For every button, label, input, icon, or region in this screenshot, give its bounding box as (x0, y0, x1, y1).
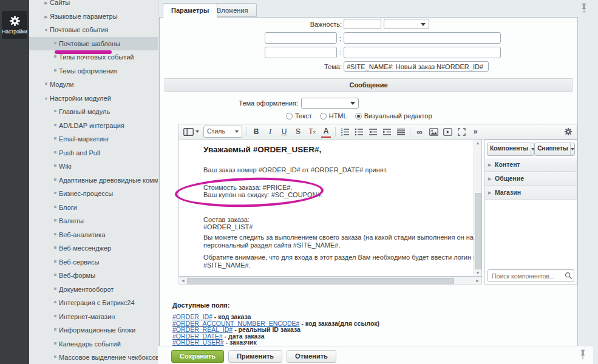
clear-format-button[interactable]: Tx (307, 126, 317, 137)
sidebar-item-label: Языковые параметры (50, 13, 118, 20)
settings-rail-tile[interactable]: Настройки (2, 11, 27, 39)
sidebar-item-label: Темы оформления (59, 67, 117, 75)
pin-icon[interactable] (579, 349, 586, 360)
tree-glyph-icon (42, 10, 50, 24)
chevron-down-icon (421, 23, 426, 26)
field-code-link[interactable]: #ORDER_USER# (172, 339, 224, 346)
chevron-down-icon (235, 130, 239, 133)
apply-button[interactable]: Применить (228, 350, 282, 363)
sidebar-item[interactable]: AD/LDAP интеграция (29, 119, 158, 133)
search-icon[interactable] (565, 272, 572, 279)
sidebar-item[interactable]: Модули (29, 78, 158, 92)
scroll-left-icon[interactable]: ◄ (181, 277, 185, 284)
accordion-section[interactable]: ▶Магазин (485, 186, 577, 200)
header-value-input-1[interactable] (344, 32, 501, 44)
accordion-section[interactable]: ▶Контент (485, 158, 577, 172)
sidebar-item[interactable]: Адаптивные древовидные комментарии на (29, 174, 158, 187)
editor-settings-button[interactable] (564, 127, 573, 136)
sidebar-item[interactable]: Сайты (29, 0, 158, 10)
block-layout-button[interactable] (183, 126, 199, 137)
snippets-dropdown-arrow[interactable] (570, 143, 574, 155)
sidebar-item[interactable]: Интернет-магазин (29, 310, 158, 324)
sidebar-item[interactable]: Веб-формы (29, 269, 158, 283)
indent-button[interactable] (382, 126, 392, 137)
sidebar-item[interactable]: Email-маркетинг (29, 132, 158, 146)
sidebar-item[interactable]: Интеграция с Битрикс24 (29, 296, 158, 310)
sidebar-item[interactable]: Документооборот (29, 283, 158, 297)
sidebar-item-label: Массовое выделение чекбоксов (59, 354, 158, 361)
importance-select[interactable] (384, 19, 429, 29)
sidebar-item[interactable]: Почтовые события (29, 23, 158, 37)
field-description: - код заказа(для ссылок) (299, 320, 379, 327)
scroll-right-icon[interactable]: ► (475, 277, 480, 284)
pin-icon[interactable] (580, 3, 588, 14)
field-row: #ORDER_USER# - заказчик (172, 339, 379, 346)
tree-glyph-icon (52, 120, 59, 133)
style-select[interactable]: Стиль (203, 126, 242, 138)
save-button[interactable]: Сохранить (171, 350, 224, 363)
sidebar-item[interactable]: Блоги (29, 201, 158, 215)
header-name-input-1[interactable] (265, 32, 337, 44)
importance-input[interactable] (344, 19, 381, 29)
more-tools-button[interactable]: » (471, 126, 480, 137)
scroll-down-icon[interactable]: ▼ (474, 271, 481, 275)
cancel-button[interactable]: Отменить (287, 350, 336, 363)
sidebar-item[interactable]: Информационные блоки (29, 323, 158, 337)
editor-hscrollbar[interactable]: ◄ ► (178, 277, 482, 285)
sidebar-item[interactable]: Календарь событий (29, 337, 158, 351)
ordered-list-button[interactable] (340, 126, 350, 137)
justify-button[interactable] (396, 126, 406, 137)
sidebar-item[interactable]: Массовое выделение чекбоксов (29, 351, 158, 364)
available-fields-title: Доступные поля: (172, 302, 229, 309)
sidebar-item[interactable]: Настройки модулей (29, 92, 158, 106)
unordered-list-button[interactable] (354, 126, 364, 137)
sidebar-item-label: Email-маркетинг (59, 135, 109, 143)
italic-button[interactable]: I (265, 126, 275, 137)
tree-glyph-icon (52, 38, 59, 51)
sidebar-item-label: Настройки модулей (50, 95, 111, 102)
footer-bar: Сохранить Применить Отменить (158, 346, 593, 364)
editor-body[interactable]: Уважаемый #ORDER_USER#, Ваш заказ номер … (178, 140, 482, 277)
sidebar-item[interactable]: Push and Pull (29, 146, 158, 160)
tree-glyph-icon (52, 106, 59, 119)
sidebar-item-label: AD/LDAP интеграция (59, 122, 124, 129)
insert-video-button[interactable] (443, 126, 452, 137)
sidebar-item[interactable]: Wiki (29, 160, 158, 174)
bold-button[interactable]: B (251, 126, 261, 137)
underline-button[interactable]: U (279, 126, 289, 137)
editor-vscrollbar[interactable]: ▲ ▼ (474, 140, 481, 276)
accordion-section[interactable]: ▶Общение (485, 172, 577, 186)
fullscreen-button[interactable] (457, 126, 466, 137)
sidebar-item[interactable]: Темы оформления (29, 64, 158, 78)
subject-input[interactable] (344, 61, 489, 72)
text-color-button[interactable]: A (321, 126, 331, 138)
sidebar-item[interactable]: Веб-аналитика (29, 228, 158, 242)
header-name-input-2[interactable] (265, 47, 337, 58)
insert-image-button[interactable] (429, 126, 438, 137)
outdent-button[interactable] (368, 126, 378, 137)
radio-text-label: Текст (295, 112, 312, 120)
sidebar-item[interactable]: Языковые параметры (29, 10, 158, 24)
footer-buttons: Сохранить Применить Отменить (171, 350, 336, 363)
link-button[interactable]: ∞ (415, 126, 424, 137)
tab-parameters[interactable]: Параметры (163, 3, 217, 18)
components-search-input[interactable] (491, 271, 565, 281)
scroll-up-icon[interactable]: ▲ (474, 141, 481, 145)
strikethrough-button[interactable]: S (293, 126, 303, 137)
sidebar-item[interactable]: Главный модуль (29, 105, 158, 119)
hscrollbar-thumb[interactable] (187, 278, 454, 285)
vscrollbar-thumb[interactable] (475, 193, 481, 269)
radio-text-mode[interactable]: Текст (286, 112, 312, 120)
header-value-input-2[interactable] (344, 47, 501, 58)
radio-html-mode[interactable]: HTML (320, 112, 347, 120)
sidebar-item[interactable]: Веб-сервисы (29, 255, 158, 269)
sidebar-item[interactable]: Бизнес-процессы (29, 187, 158, 201)
design-theme-select[interactable] (301, 98, 359, 109)
sidebar-item[interactable]: Веб-мессенджер (29, 241, 158, 255)
sidebar-item[interactable]: Валюты (29, 214, 158, 228)
snippets-button[interactable]: Сниппеты (534, 143, 575, 156)
tree-glyph-icon (52, 147, 59, 160)
sidebar-item[interactable]: Почтовые шаблоны (29, 37, 158, 51)
radio-visual-editor-mode[interactable]: Визуальный редактор (355, 112, 432, 120)
components-button[interactable]: Компоненты (487, 143, 534, 156)
